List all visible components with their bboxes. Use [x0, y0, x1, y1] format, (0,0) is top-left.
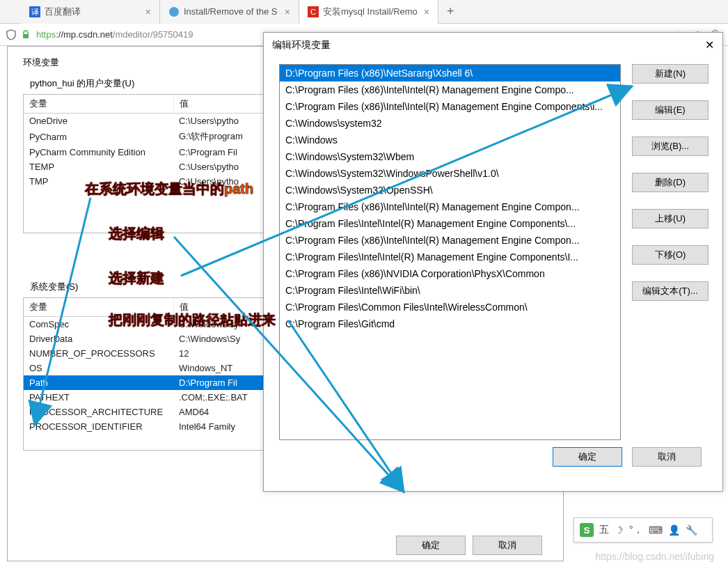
- list-item[interactable]: C:\Program Files\Intel\Intel(R) Manageme…: [280, 249, 620, 265]
- list-item[interactable]: C:\Windows\System32\WindowsPowerShell\v1…: [280, 165, 620, 182]
- browser-tab-bar: 译 百度翻译 × Install/Remove of the S × C 安装m…: [0, 0, 728, 24]
- new-tab-button[interactable]: +: [438, 4, 463, 19]
- ime-toolbar[interactable]: S 五 ☽ °， ⌨ 👤 🔧: [573, 517, 713, 543]
- col-var[interactable]: 变量: [24, 298, 173, 317]
- ime-logo-icon: S: [580, 523, 594, 537]
- lock-icon[interactable]: [21, 30, 31, 40]
- watermark: https://blog.csdn.net/ifubing: [596, 551, 714, 562]
- svg-rect-5: [23, 34, 29, 38]
- close-icon[interactable]: ×: [424, 6, 429, 17]
- env-ok-button[interactable]: 确定: [396, 536, 466, 555]
- list-item[interactable]: C:\Windows\System32\OpenSSH\: [280, 182, 620, 198]
- close-icon[interactable]: ✕: [705, 38, 714, 52]
- path-new-button[interactable]: 新建(N): [632, 64, 709, 84]
- close-icon[interactable]: ×: [145, 6, 151, 17]
- close-icon[interactable]: ×: [285, 6, 290, 17]
- list-item[interactable]: C:\Program Files (x86)\Intel\Intel(R) Ma…: [280, 232, 620, 249]
- list-item[interactable]: C:\Program Files\Intel\WiFi\bin\: [280, 282, 620, 299]
- url-host: ://mp.csdn.net: [56, 29, 113, 40]
- user-icon[interactable]: 👤: [668, 524, 680, 536]
- url-scheme: https: [36, 29, 56, 40]
- path-edittext-button[interactable]: 编辑文本(T)...: [632, 281, 709, 301]
- edit-path-dialog: 编辑环境变量 ✕ D:\Program Files (x86)\NetSaran…: [263, 32, 723, 492]
- svg-text:C: C: [310, 8, 316, 16]
- col-var[interactable]: 变量: [24, 95, 173, 114]
- svg-text:译: 译: [31, 8, 39, 16]
- dialog-titlebar[interactable]: 编辑环境变量 ✕: [264, 33, 722, 57]
- path-down-button[interactable]: 下移(O): [632, 245, 709, 265]
- list-item[interactable]: C:\Program Files\Intel\Intel(R) Manageme…: [280, 215, 620, 232]
- list-item[interactable]: C:\Windows: [280, 132, 620, 148]
- edit-cancel-button[interactable]: 取消: [632, 447, 702, 467]
- list-item[interactable]: C:\Program Files (x86)\Intel\Intel(R) Ma…: [280, 198, 620, 215]
- browser-tab[interactable]: C 安装mysql Install/Remo ×: [299, 0, 438, 24]
- list-item[interactable]: C:\Program Files (x86)\NVIDIA Corporatio…: [280, 265, 620, 282]
- browser-tab[interactable]: 译 百度翻译 ×: [21, 0, 160, 24]
- tab-favicon: 译: [29, 6, 40, 17]
- ime-label: 五: [599, 524, 609, 536]
- path-delete-button[interactable]: 删除(D): [632, 173, 709, 192]
- edit-ok-button[interactable]: 确定: [553, 447, 622, 467]
- list-item[interactable]: D:\Program Files (x86)\NetSarang\Xshell …: [280, 65, 620, 81]
- tab-label: 安装mysql Install/Remo: [323, 6, 418, 18]
- wrench-icon[interactable]: 🔧: [686, 524, 697, 536]
- list-item[interactable]: C:\Program Files\Git\cmd: [280, 315, 620, 332]
- keyboard-icon[interactable]: ⌨: [649, 524, 663, 536]
- settings-icon[interactable]: °，: [629, 524, 643, 536]
- list-item[interactable]: C:\Windows\system32: [280, 115, 620, 132]
- path-up-button[interactable]: 上移(U): [632, 209, 709, 228]
- list-item[interactable]: C:\Windows\System32\Wbem: [280, 148, 620, 165]
- shield-icon[interactable]: [6, 29, 17, 40]
- list-item[interactable]: C:\Program Files (x86)\Intel\Intel(R) Ma…: [280, 98, 620, 115]
- path-edit-button[interactable]: 编辑(E): [632, 100, 709, 120]
- list-item[interactable]: C:\Program Files (x86)\Intel\Intel(R) Ma…: [280, 81, 620, 98]
- svg-point-2: [169, 7, 179, 17]
- browser-tab[interactable]: Install/Remove of the S ×: [160, 0, 299, 24]
- tab-label: Install/Remove of the S: [184, 6, 277, 17]
- dialog-title: 编辑环境变量: [272, 39, 331, 52]
- path-browse-button[interactable]: 浏览(B)...: [632, 137, 709, 156]
- path-list[interactable]: D:\Program Files (x86)\NetSarang\Xshell …: [279, 64, 621, 440]
- url-path: /mdeditor/95750419: [113, 29, 193, 40]
- moon-icon[interactable]: ☽: [615, 524, 624, 536]
- list-item[interactable]: C:\Program Files\Common Files\Intel\Wire…: [280, 299, 620, 315]
- env-cancel-button[interactable]: 取消: [473, 536, 542, 555]
- tab-favicon: [168, 6, 180, 17]
- tab-favicon: C: [308, 6, 319, 17]
- tab-label: 百度翻译: [45, 6, 81, 18]
